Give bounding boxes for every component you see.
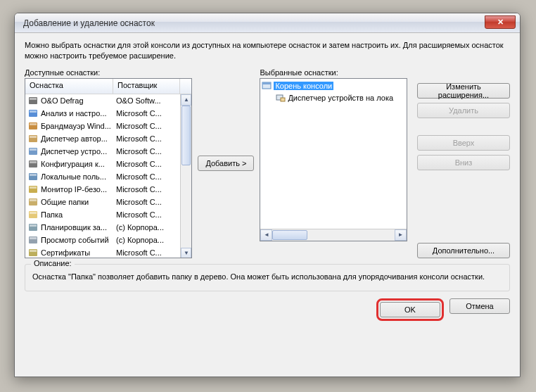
available-listview[interactable]: Оснастка Поставщик O&O DefragO&O Softw..… <box>25 78 192 258</box>
move-down-button[interactable]: Вниз <box>417 155 510 170</box>
snapin-icon <box>28 235 38 245</box>
snapin-name: Локальные поль... <box>41 172 106 181</box>
tree-child-item[interactable]: Диспетчер устройств на лока <box>262 92 405 104</box>
description-label: Описание: <box>31 259 75 267</box>
snapin-icon <box>28 210 38 220</box>
list-item[interactable]: СертификатыMicrosoft C... <box>25 246 180 258</box>
snapin-name: Монитор IP-безо... <box>41 185 107 194</box>
horizontal-scrollbar[interactable]: ◄ ► <box>260 229 407 241</box>
scroll-track[interactable] <box>181 106 191 248</box>
add-button[interactable]: Добавить > <box>198 156 254 171</box>
snapin-name: Сертификаты <box>41 248 90 257</box>
list-item[interactable]: Локальные поль...Microsoft C... <box>25 170 180 183</box>
svg-rect-1 <box>30 98 37 100</box>
vendor-name: (c) Корпора... <box>113 223 180 232</box>
svg-rect-5 <box>30 123 37 125</box>
snapin-icon <box>28 121 38 131</box>
scroll-right-icon[interactable]: ► <box>395 229 407 241</box>
list-item[interactable]: Конфигурация к...Microsoft C... <box>25 158 180 170</box>
scroll-up-icon[interactable]: ▲ <box>181 94 191 106</box>
list-item[interactable]: Планировщик за...(c) Корпора... <box>25 221 180 234</box>
svg-rect-3 <box>30 110 37 113</box>
edit-extensions-button[interactable]: Изменить расширения... <box>417 83 510 99</box>
vendor-name: Microsoft C... <box>113 109 180 118</box>
snapin-name: Конфигурация к... <box>41 160 105 168</box>
ok-button[interactable]: OK <box>380 302 440 317</box>
available-label: Доступные оснастки: <box>25 68 192 77</box>
list-item[interactable]: O&O DefragO&O Softw... <box>25 94 180 107</box>
hscroll-track[interactable] <box>272 229 395 241</box>
snapin-icon <box>28 146 38 156</box>
list-item[interactable]: ПапкаMicrosoft C... <box>25 208 180 221</box>
snapin-name: Анализ и настро... <box>41 109 107 118</box>
vendor-name: Microsoft C... <box>113 198 180 206</box>
snapin-name: Папка <box>41 210 63 219</box>
list-item[interactable]: Монитор IP-безо...Microsoft C... <box>25 183 180 196</box>
list-item[interactable]: Просмотр событий(c) Корпора... <box>25 234 180 246</box>
remove-button[interactable]: Удалить <box>417 103 510 118</box>
svg-rect-19 <box>30 212 37 214</box>
snapin-name: Общие папки <box>41 198 89 206</box>
scroll-left-icon[interactable]: ◄ <box>260 229 272 241</box>
svg-rect-11 <box>30 161 37 163</box>
vendor-name: Microsoft C... <box>113 172 180 181</box>
intro-text: Можно выбрать оснастки для этой консоли … <box>25 40 510 61</box>
dialog-content: Можно выбрать оснастки для этой консоли … <box>15 33 520 329</box>
list-item[interactable]: Диспетчер устро...Microsoft C... <box>25 145 180 158</box>
snapin-name: Диспетчер устро... <box>41 147 107 156</box>
titlebar[interactable]: Добавление и удаление оснасток ✕ <box>15 13 520 33</box>
dialog-window: Добавление и удаление оснасток ✕ Можно в… <box>14 13 521 377</box>
description-text: Оснастка "Папка" позволяет добавить папк… <box>32 272 502 282</box>
list-item[interactable]: Общие папкиMicrosoft C... <box>25 196 180 208</box>
selected-treeview[interactable]: Корень консоли Диспетчер устройств на ло… <box>260 78 407 241</box>
vendor-name: Microsoft C... <box>113 147 180 156</box>
col-header-snapin[interactable]: Оснастка <box>25 79 113 94</box>
snapin-icon <box>28 159 38 169</box>
snapin-icon <box>28 172 38 182</box>
snapin-name: Планировщик за... <box>41 223 107 232</box>
col-header-vendor[interactable]: Поставщик <box>113 79 180 94</box>
svg-rect-23 <box>30 237 37 239</box>
console-root-icon <box>262 81 272 91</box>
move-up-button[interactable]: Вверх <box>417 135 510 151</box>
close-button[interactable]: ✕ <box>485 15 516 29</box>
list-item[interactable]: Диспетчер автор...Microsoft C... <box>25 132 180 145</box>
scroll-thumb[interactable] <box>181 106 191 165</box>
snapin-icon <box>28 197 38 207</box>
svg-rect-13 <box>30 174 37 176</box>
snapin-name: Диспетчер автор... <box>41 134 108 143</box>
scroll-down-icon[interactable]: ▼ <box>181 248 191 258</box>
listview-header[interactable]: Оснастка Поставщик <box>25 79 191 94</box>
close-icon: ✕ <box>497 18 504 27</box>
cancel-button[interactable]: Отмена <box>449 298 510 314</box>
snapin-name: Брандмауэр Wind... <box>41 122 111 130</box>
hscroll-thumb[interactable] <box>272 230 307 240</box>
vendor-name: Microsoft C... <box>113 134 180 143</box>
snapin-icon <box>28 222 38 232</box>
snapin-icon <box>28 108 38 118</box>
vendor-name: Microsoft C... <box>113 248 180 257</box>
tree-root-item[interactable]: Корень консоли <box>262 80 405 92</box>
window-title: Добавление и удаление оснасток <box>23 18 155 28</box>
svg-rect-25 <box>30 250 37 252</box>
svg-rect-17 <box>30 199 37 201</box>
svg-rect-27 <box>262 82 271 84</box>
vendor-name: O&O Softw... <box>113 96 180 105</box>
vendor-name: (c) Корпора... <box>113 236 180 244</box>
svg-rect-7 <box>30 136 37 138</box>
snapin-icon <box>28 184 38 194</box>
list-item[interactable]: Брандмауэр Wind...Microsoft C... <box>25 120 180 132</box>
ok-highlight: OK <box>376 298 444 321</box>
list-item[interactable]: Анализ и настро...Microsoft C... <box>25 107 180 120</box>
vendor-name: Microsoft C... <box>113 160 180 168</box>
snapin-icon <box>28 134 38 144</box>
vertical-scrollbar[interactable]: ▲ ▼ <box>180 94 191 258</box>
svg-rect-29 <box>281 98 285 101</box>
vendor-name: Microsoft C... <box>113 122 180 130</box>
svg-rect-15 <box>30 186 37 189</box>
vendor-name: Microsoft C... <box>113 210 180 219</box>
svg-rect-21 <box>30 225 37 227</box>
device-manager-icon <box>276 93 286 103</box>
snapin-name: O&O Defrag <box>41 96 84 105</box>
advanced-button[interactable]: Дополнительно... <box>417 243 510 258</box>
